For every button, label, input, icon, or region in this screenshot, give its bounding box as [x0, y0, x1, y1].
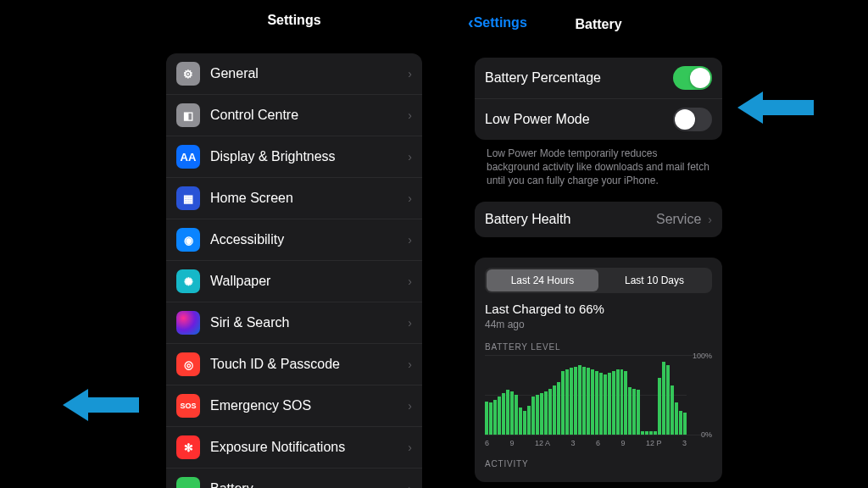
battery-bar [561, 371, 565, 434]
battery-bar [582, 367, 586, 435]
battery-bar [632, 389, 636, 435]
settings-row-label: Siri & Search [210, 315, 408, 330]
battery-bar [616, 369, 620, 434]
battery-health-label: Battery Health [485, 212, 656, 227]
low-power-toggle[interactable] [673, 108, 712, 131]
settings-row-label: Home Screen [210, 191, 408, 206]
battery-bar [654, 431, 657, 435]
settings-row-accessibility[interactable]: ◉Accessibility› [166, 219, 422, 261]
settings-row-general[interactable]: ⚙︎General› [166, 53, 422, 95]
annotation-arrow-battery [63, 385, 139, 424]
battery-bar [553, 385, 556, 435]
battery-bar [679, 411, 682, 435]
battery-header: ‹ Settings Battery [463, 0, 734, 37]
battery-percentage-row[interactable]: Battery Percentage [475, 58, 722, 99]
battery-percentage-toggle[interactable] [673, 66, 712, 90]
siri-icon [176, 311, 200, 335]
settings-row-exposure-notifications[interactable]: ✻Exposure Notifications› [166, 427, 422, 469]
settings-row-label: Battery [210, 481, 408, 488]
chart-x-axis: 6912 A36912 P3 [485, 435, 712, 447]
battery-title: Battery [575, 17, 621, 32]
battery-bar [544, 391, 548, 434]
settings-row-home-screen[interactable]: ▦Home Screen› [166, 178, 422, 219]
toggles-icon: ◧ [176, 103, 200, 127]
wallpaper-icon: ✺ [176, 269, 200, 293]
battery-bar [506, 390, 509, 434]
battery-bar [599, 373, 603, 435]
x-tick: 12 A [535, 439, 550, 447]
battery-bar [604, 374, 607, 435]
battery-health-row[interactable]: Battery Health Service › [475, 202, 722, 237]
home-grid-icon: ▦ [176, 186, 200, 210]
settings-row-label: Wallpaper [210, 274, 408, 289]
settings-content: ⚙︎General›◧Control Centre›AADisplay & Br… [154, 33, 434, 488]
chevron-right-icon: › [408, 441, 412, 454]
settings-row-label: General [210, 66, 408, 81]
settings-row-wallpaper[interactable]: ✺Wallpaper› [166, 261, 422, 302]
settings-screen: Settings ⚙︎General›◧Control Centre›AADis… [154, 0, 434, 488]
settings-row-display-brightness[interactable]: AADisplay & Brightness› [166, 136, 422, 178]
settings-row-battery[interactable]: ▬Battery› [166, 469, 422, 488]
settings-row-label: Touch ID & Passcode [210, 357, 408, 372]
seg-last-24h[interactable]: Last 24 Hours [487, 269, 598, 291]
chevron-right-icon: › [408, 108, 412, 122]
toggle-knob [675, 109, 695, 130]
accessibility-icon: ◉ [176, 228, 200, 252]
battery-bar [649, 431, 653, 435]
battery-bar [591, 369, 594, 434]
settings-row-touch-id-passcode[interactable]: ◎Touch ID & Passcode› [166, 344, 422, 385]
toggle-knob [690, 68, 710, 88]
battery-bar [587, 368, 590, 434]
x-tick: 3 [682, 439, 687, 447]
y-label-bot: 0% [701, 430, 712, 439]
settings-row-control-centre[interactable]: ◧Control Centre› [166, 95, 422, 136]
toggle-group: Battery Percentage Low Power Mode [475, 58, 722, 140]
low-power-row[interactable]: Low Power Mode [475, 99, 722, 140]
settings-row-siri-search[interactable]: Siri & Search› [166, 302, 422, 344]
y-label-top: 100% [693, 352, 712, 360]
battery-bar [485, 402, 488, 435]
svg-marker-0 [63, 389, 139, 421]
battery-bar [658, 378, 661, 435]
battery-bar [595, 371, 598, 434]
usage-group: Last 24 Hours Last 10 Days Last Charged … [475, 258, 722, 482]
battery-bar [570, 368, 573, 434]
chevron-right-icon: › [408, 274, 412, 288]
battery-bar [624, 371, 627, 434]
back-button[interactable]: ‹ Settings [468, 13, 527, 32]
battery-bar [612, 371, 615, 434]
settings-row-label: Emergency SOS [210, 398, 408, 413]
x-tick: 6 [485, 439, 489, 447]
time-range-segmented[interactable]: Last 24 Hours Last 10 Days [485, 268, 712, 293]
battery-bar [565, 369, 569, 434]
chevron-left-icon: ‹ [468, 13, 474, 32]
settings-header: Settings [154, 0, 434, 33]
battery-bar [510, 391, 514, 434]
settings-group: ⚙︎General›◧Control Centre›AADisplay & Br… [166, 53, 422, 488]
settings-row-emergency-sos[interactable]: SOSEmergency SOS› [166, 385, 422, 427]
chevron-right-icon: › [408, 191, 412, 205]
x-tick: 6 [596, 439, 600, 447]
battery-bar [548, 389, 552, 435]
battery-bar [666, 365, 670, 435]
battery-bar [502, 393, 505, 434]
battery-bar [662, 362, 665, 435]
battery-bar [527, 406, 531, 434]
battery-bar [670, 385, 674, 435]
seg-last-10d[interactable]: Last 10 Days [598, 269, 710, 291]
low-power-label: Low Power Mode [485, 112, 673, 127]
battery-bar [641, 431, 644, 435]
battery-bar [637, 390, 640, 434]
battery-percentage-label: Battery Percentage [485, 70, 673, 86]
chevron-right-icon: › [408, 399, 412, 413]
battery-bar [515, 395, 518, 435]
sos-icon: SOS [176, 394, 200, 418]
battery-bar [620, 369, 624, 434]
x-tick: 9 [509, 439, 514, 447]
battery-bar [557, 382, 560, 434]
chevron-right-icon: › [408, 316, 412, 330]
x-tick: 9 [620, 439, 625, 447]
last-charged-title: Last Charged to 66% [485, 302, 712, 316]
battery-content: Battery Percentage Low Power Mode Low Po… [463, 37, 734, 482]
battery-bar [523, 411, 526, 435]
